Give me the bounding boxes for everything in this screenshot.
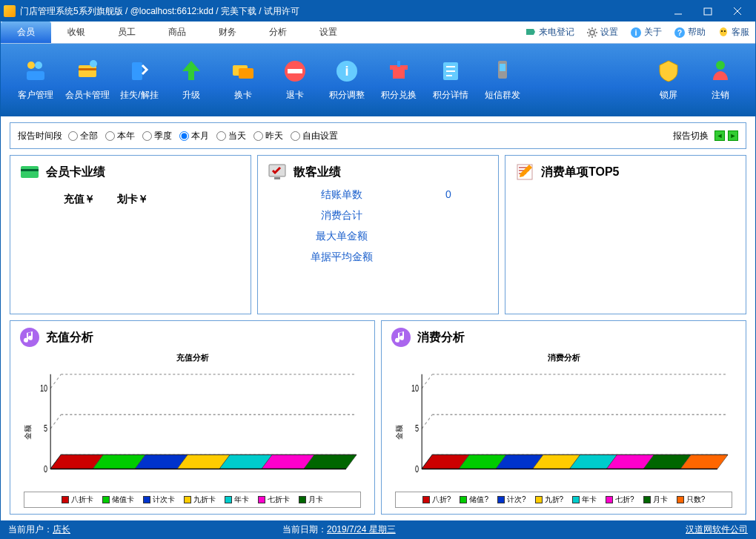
filter-option[interactable]: 当天 (216, 130, 246, 142)
svg-rect-21 (239, 68, 253, 79)
guest-row: 消费合计 (271, 209, 485, 222)
svg-rect-31 (500, 64, 505, 71)
status-date-link[interactable]: 2019/7/24 星期三 (327, 524, 396, 535)
maximize-button[interactable] (693, 1, 723, 22)
svg-line-43 (50, 414, 61, 429)
svg-point-32 (716, 61, 725, 70)
card-icon (19, 162, 40, 182)
svg-text:5: 5 (44, 423, 47, 434)
toolbar-8[interactable]: 积分详情 (425, 58, 477, 102)
title-bar: 门店管理系统5系列旗舰版 / @localhost:6612:kdd / 完美下… (1, 1, 755, 22)
toolbar-icon (707, 58, 734, 85)
svg-rect-16 (79, 68, 96, 70)
report-switch-label: 报告切换 (673, 130, 709, 142)
menu-tab-6[interactable]: 设置 (303, 22, 354, 43)
menu-tab-3[interactable]: 商品 (152, 22, 202, 43)
menu-about[interactable]: i关于 (624, 22, 668, 43)
menu-bar: 会员收银员工商品财务分析设置 来电登记 设置 i关于 ?帮助 客服 (1, 22, 755, 44)
toolbar-icon (385, 58, 412, 85)
app-icon (4, 5, 16, 17)
menu-call-register[interactable]: 来电登记 (519, 22, 580, 43)
toolbar-icon (178, 58, 205, 85)
svg-point-11 (724, 30, 726, 32)
recharge-chart: 0510 (33, 366, 361, 487)
guest-row: 单据平均金额 (271, 251, 485, 264)
svg-point-12 (27, 62, 35, 69)
menu-help[interactable]: ?帮助 (668, 22, 712, 43)
legend-item: 储值卡 (102, 495, 134, 505)
toolbar-right-1[interactable]: 注销 (694, 58, 746, 102)
toolbar-5[interactable]: 退卡 (269, 58, 321, 102)
toolbar-4[interactable]: 换卡 (217, 58, 269, 102)
svg-text:i: i (634, 28, 637, 37)
status-bar: 当前用户：店长 当前日期：2019/7/24 星期三 汉道网软件公司 (1, 520, 755, 538)
legend-item: 储值? (460, 495, 488, 505)
menu-tab-1[interactable]: 收银 (51, 22, 102, 43)
menu-tab-4[interactable]: 财务 (202, 22, 253, 43)
toolbar-icon (126, 58, 153, 85)
toolbar-7[interactable]: 积分兑换 (373, 58, 425, 102)
report-next-button[interactable]: ► (728, 130, 738, 141)
svg-rect-14 (27, 71, 44, 80)
y-axis-label: 金额 (23, 425, 33, 440)
filter-option[interactable]: 全部 (68, 130, 98, 142)
svg-point-9 (720, 27, 727, 36)
minimize-button[interactable] (663, 1, 693, 22)
toolbar-2[interactable]: 挂失/解挂 (113, 58, 165, 102)
menu-settings[interactable]: 设置 (580, 22, 624, 43)
toolbar-icon (655, 58, 682, 85)
toolbar-icon (282, 58, 308, 85)
toolbar-right-0[interactable]: 锁屏 (643, 58, 694, 102)
menu-service[interactable]: 客服 (712, 22, 755, 43)
legend-item: 计次? (497, 495, 526, 505)
panel-consume-analysis: 消费分析 消费分析 金额 0510 八折?储值?计次?九折?年卡七折?月卡只数? (381, 320, 746, 515)
toolbar-6[interactable]: i积分调整 (321, 58, 373, 102)
status-company-link[interactable]: 汉道网软件公司 (686, 524, 748, 535)
legend-item: 八折? (422, 495, 451, 505)
toolbar-0[interactable]: 客户管理 (10, 58, 62, 102)
toolbar-9[interactable]: 短信群发 (477, 58, 528, 102)
panel-recharge-analysis: 充值分析 充值分析 金额 0510 八折卡储值卡计次卡九折卡年卡七折卡月卡 (10, 320, 375, 515)
guest-row: 最大单金额 (271, 230, 485, 243)
consume-legend: 八折?储值?计次?九折?年卡七折?月卡只数? (395, 492, 732, 508)
svg-point-4 (590, 30, 594, 35)
filter-option[interactable]: 自由设置 (291, 130, 338, 142)
legend-item: 只数? (677, 495, 706, 505)
dashboard-panels: 会员卡业绩 充值￥ 划卡￥ 散客业绩 结账单数0消费合计最大单金额单据平均金额 … (1, 149, 755, 520)
report-prev-button[interactable]: ◄ (714, 130, 725, 141)
svg-line-46 (50, 374, 61, 388)
legend-item: 七折卡 (258, 495, 290, 505)
toolbar-3[interactable]: 升级 (165, 58, 217, 102)
filter-label: 报告时间段 (18, 130, 62, 142)
legend-item: 九折卡 (184, 495, 216, 505)
chart-title: 充值分析 (19, 352, 365, 363)
svg-text:i: i (345, 64, 348, 79)
svg-text:0: 0 (44, 463, 47, 474)
svg-point-13 (35, 62, 42, 69)
toolbar-icon: i (334, 58, 360, 85)
toolbar-1[interactable]: 会员卡管理 (62, 58, 113, 102)
svg-point-10 (721, 30, 723, 32)
filter-bar: 报告时间段 全部本年季度本月当天昨天自由设置 报告切换 ◄ ► (10, 122, 746, 149)
panel-consume-top5: 消费单项TOP5 (505, 155, 746, 314)
filter-option[interactable]: 昨天 (253, 130, 283, 142)
toolbar-icon (22, 58, 49, 85)
toolbar: 客户管理会员卡管理挂失/解挂升级换卡退卡i积分调整积分兑换积分详情短信群发 锁屏… (1, 44, 755, 116)
music-note-icon (19, 327, 40, 348)
filter-option[interactable]: 本年 (105, 130, 135, 142)
filter-option[interactable]: 季度 (142, 130, 172, 142)
legend-item: 年卡 (225, 495, 249, 505)
toolbar-icon (230, 58, 256, 85)
menu-tab-2[interactable]: 员工 (102, 22, 152, 43)
menu-tab-5[interactable]: 分析 (253, 22, 303, 43)
filter-option[interactable]: 本月 (179, 130, 209, 142)
svg-text:0: 0 (415, 463, 419, 474)
status-user-link[interactable]: 店长 (53, 524, 70, 535)
svg-text:10: 10 (40, 383, 47, 394)
legend-item: 月卡 (299, 495, 323, 505)
close-button[interactable] (723, 1, 752, 22)
svg-point-17 (90, 60, 97, 67)
menu-tab-0[interactable]: 会员 (1, 22, 51, 43)
monitor-check-icon (267, 162, 288, 182)
legend-item: 九折? (535, 495, 564, 505)
